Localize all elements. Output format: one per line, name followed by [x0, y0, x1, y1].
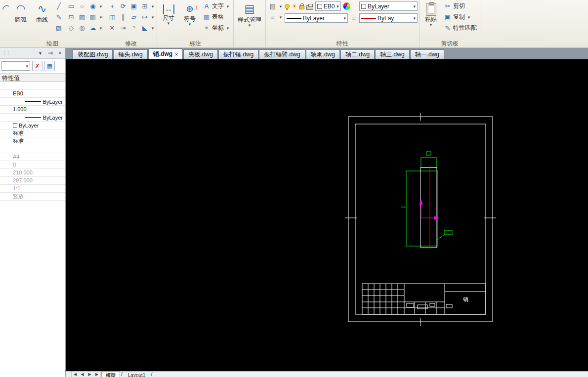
property-row-width[interactable]: 210.000	[0, 169, 65, 177]
drawing-svg[interactable]: 销	[66, 59, 588, 371]
doc-tab[interactable]: 轴三.dwg	[375, 49, 409, 59]
doc-tab[interactable]: 锤头.dwg	[113, 49, 147, 59]
sketch-tool-icon[interactable]: ✎	[53, 12, 64, 22]
doc-tab[interactable]: 夹板.dwg	[183, 49, 217, 59]
page-setup-icon[interactable]: ▤	[267, 1, 278, 11]
prev-layout-button[interactable]: ◀	[79, 372, 85, 377]
tab-close-icon[interactable]: ×	[175, 51, 178, 57]
style-manager-button[interactable]: ▤ 样式管理 ▾	[235, 1, 264, 34]
chamfer-icon[interactable]: ◣	[139, 23, 150, 33]
circle-icon[interactable]: ○	[77, 1, 87, 11]
stretch-icon[interactable]: ↦	[139, 12, 150, 22]
spline-button[interactable]: ∿ 曲线	[32, 1, 52, 34]
palette-menu-caret-icon[interactable]: ▾	[37, 50, 43, 56]
page-setup-caret-icon[interactable]: ▾	[278, 4, 283, 9]
last-layout-button[interactable]: ▶	[94, 372, 100, 377]
arc-button[interactable]: ◠ 圆弧	[11, 1, 31, 34]
symbol-button[interactable]: ⊕.1 符号 ▾	[180, 1, 200, 34]
layer-on-off-icon[interactable]	[285, 4, 290, 9]
property-row-orientation[interactable]: 竖放	[0, 193, 65, 201]
doc-tab[interactable]: 轴一.dwg	[410, 49, 444, 59]
quick-select-button[interactable]: ▦	[44, 61, 55, 71]
part-top-mark[interactable]	[426, 152, 431, 155]
revcloud-icon[interactable]: ☁	[87, 23, 98, 33]
doc-tab-active[interactable]: 销.dwg ×	[148, 48, 183, 59]
doc-tab[interactable]: 轴承.dwg	[306, 49, 340, 59]
trim-icon[interactable]: ✕	[107, 23, 118, 33]
property-row-dim-style[interactable]: 标准	[0, 137, 65, 145]
scale-icon[interactable]: ▱	[128, 12, 139, 22]
text-button[interactable]: A 文字 ▾	[201, 1, 232, 11]
doc-tab[interactable]: 振打锤臂.dwg	[259, 49, 305, 59]
property-row-blank-2[interactable]	[0, 145, 65, 153]
layout1-tab[interactable]: Layout1	[124, 372, 150, 377]
pick-object-button[interactable]: ✗	[32, 61, 42, 71]
table-button[interactable]: ▦ 表格	[201, 12, 232, 22]
ellipse-icon[interactable]: ◉	[87, 1, 98, 11]
first-layout-button[interactable]: ◀	[72, 372, 78, 377]
property-row-zero[interactable]: 0	[0, 161, 65, 169]
rotate-icon[interactable]: ⟳	[118, 1, 128, 11]
paste-button[interactable]: 粘贴 ▾	[421, 1, 441, 34]
list-icon[interactable]: ≡	[267, 12, 278, 22]
draw-row3-caret-icon[interactable]: ▾	[98, 26, 103, 31]
layer-plot-icon[interactable]	[306, 5, 313, 10]
hatchline-tool-icon[interactable]: ▧	[53, 23, 64, 33]
modify-row3-caret-icon[interactable]: ▾	[150, 26, 155, 31]
palette-pin-icon[interactable]: T	[47, 50, 53, 56]
leader-box-green[interactable]	[444, 230, 452, 235]
point-icon[interactable]: ⊡	[66, 12, 77, 22]
lineweight-combo[interactable]: ByLay ▾	[359, 13, 418, 23]
property-row-text-style[interactable]: 标准	[0, 129, 65, 137]
polygon-icon[interactable]: ◇	[66, 23, 77, 33]
color-combo[interactable]: EB0 ▾	[315, 1, 341, 11]
part-top-green[interactable]	[421, 158, 437, 168]
linetype-manager-icon[interactable]: ≡	[350, 13, 358, 23]
donut-icon[interactable]: ◎	[77, 23, 87, 33]
model-space-canvas[interactable]: 销	[66, 59, 588, 371]
modify-row2-caret-icon[interactable]: ▾	[150, 15, 155, 20]
copy-button[interactable]: ▣ 复制 ▾	[442, 12, 478, 22]
doc-tab[interactable]: 轴二.dwg	[340, 49, 375, 59]
modify-row1-caret-icon[interactable]: ▾	[150, 4, 155, 9]
property-row-lineweight[interactable]: ByLayer	[0, 114, 65, 122]
dimension-button[interactable]: ↔ 尺寸 ▾	[159, 1, 178, 34]
linetype-combo[interactable]: ByLayer ▾	[285, 13, 348, 23]
palette-close-icon[interactable]: ×	[57, 50, 63, 56]
color-wheel-icon[interactable]	[343, 2, 350, 10]
cut-button[interactable]: ✂ 剪切	[442, 1, 478, 11]
copy-entity-icon[interactable]: ▣	[128, 1, 139, 11]
draw-row1-caret-icon[interactable]: ▾	[98, 4, 103, 9]
line-tool-icon[interactable]: ╱	[53, 1, 64, 11]
property-row-linetype[interactable]: ByLayer	[0, 98, 65, 106]
list-caret-icon[interactable]: ▾	[278, 15, 283, 20]
property-row-layer[interactable]: ByLayer	[0, 122, 65, 129]
offset-icon[interactable]: ∥	[118, 12, 128, 22]
fillet-icon[interactable]: ◝	[128, 23, 139, 33]
array-icon[interactable]: ⊞	[139, 1, 150, 11]
layer-lock-icon[interactable]	[299, 5, 304, 9]
region-icon[interactable]: ▦	[87, 12, 98, 22]
layer-freeze-icon[interactable]: ☀	[292, 2, 297, 10]
rectangle-icon[interactable]: ▭	[66, 1, 77, 11]
layer-color-combo[interactable]: ByLayer ▾	[359, 1, 418, 11]
property-row-scale[interactable]: 1:1	[0, 185, 65, 193]
part-geometry[interactable]	[401, 152, 452, 249]
doc-tab[interactable]: 装配图.dwg	[73, 49, 113, 59]
extend-icon[interactable]: ⇥	[118, 23, 128, 33]
property-row-paper-size[interactable]: A4	[0, 153, 65, 161]
move-icon[interactable]: +	[107, 1, 118, 11]
selection-combo[interactable]: ▾	[1, 61, 30, 71]
palette-grip[interactable]: ⋮⋮	[2, 50, 10, 56]
part-outline-green[interactable]	[406, 171, 438, 246]
next-layout-button[interactable]: ▶	[86, 372, 93, 377]
doc-tab[interactable]: 振打锤.dwg	[218, 49, 258, 59]
property-row-height[interactable]: 297.000	[0, 177, 65, 185]
pin-body-white[interactable]	[420, 168, 437, 248]
property-row-blank-1[interactable]	[0, 82, 65, 90]
coordinate-button[interactable]: ⌖ 坐标 ▾	[201, 23, 232, 33]
match-properties-button[interactable]: ✎ 特性匹配	[442, 23, 478, 33]
draw-row2-caret-icon[interactable]: ▾	[98, 15, 103, 20]
partial-tool-button[interactable]: ◠	[1, 1, 9, 34]
mirror-icon[interactable]: ◫	[107, 12, 118, 22]
